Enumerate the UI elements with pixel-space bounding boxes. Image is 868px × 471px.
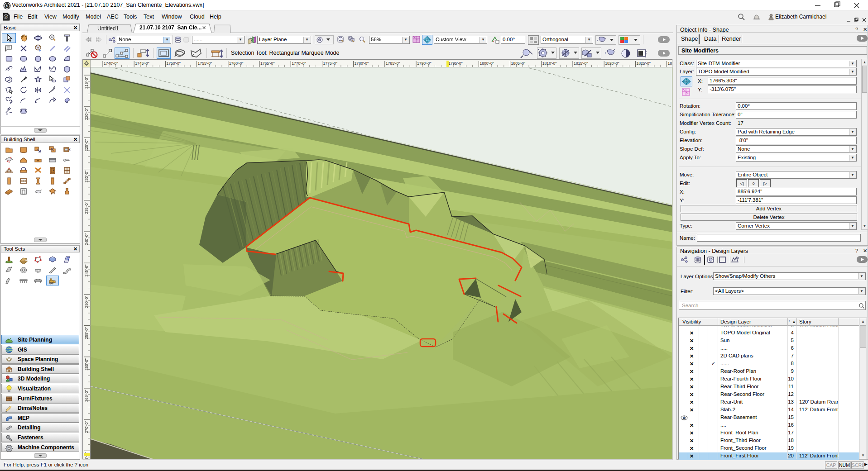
svg-text:1795'-0": 1795'-0" (448, 61, 462, 66)
svg-text:1760'-0": 1760'-0" (229, 61, 243, 66)
svg-text:240'-0": 240'-0" (84, 233, 89, 245)
svg-text:1740'-0": 1740'-0" (104, 61, 118, 66)
svg-text:V: V (5, 4, 9, 8)
svg-text:235'-0": 235'-0" (84, 202, 89, 214)
svg-text:1830'-0": 1830'-0" (668, 61, 672, 66)
svg-text:1790'-0": 1790'-0" (417, 61, 431, 66)
svg-text:1770'-0": 1770'-0" (292, 61, 306, 66)
svg-text:1785'-0": 1785'-0" (386, 61, 400, 66)
svg-text:1755'-0": 1755'-0" (198, 61, 212, 66)
svg-text:V: V (5, 15, 7, 19)
svg-text:1825'-0": 1825'-0" (636, 61, 650, 66)
svg-text:220'-0": 220'-0" (84, 108, 89, 120)
svg-text:215'-0": 215'-0" (84, 76, 89, 89)
svg-text:1800'-0": 1800'-0" (480, 61, 494, 66)
svg-text:225'-0": 225'-0" (84, 139, 89, 152)
svg-text:230'-0": 230'-0" (84, 171, 89, 183)
svg-text:1775'-0": 1775'-0" (323, 61, 337, 66)
svg-text:1745'-0": 1745'-0" (135, 61, 149, 66)
svg-text:270'-0": 270'-0" (84, 421, 89, 433)
svg-text:265'-0": 265'-0" (84, 390, 89, 402)
svg-text:1765'-0": 1765'-0" (260, 61, 274, 66)
svg-text:1780'-0": 1780'-0" (355, 61, 369, 66)
svg-text:245'-0": 245'-0" (84, 265, 89, 277)
svg-text:1805'-0": 1805'-0" (511, 61, 525, 66)
svg-text:1820'-0": 1820'-0" (605, 61, 619, 66)
svg-text:1815'-0": 1815'-0" (574, 61, 588, 66)
svg-text:250'-0": 250'-0" (84, 296, 89, 308)
svg-text:255'-0": 255'-0" (84, 327, 89, 339)
svg-text:260'-0": 260'-0" (84, 358, 89, 371)
svg-text:1750'-0": 1750'-0" (166, 61, 180, 66)
svg-text:1810'-0": 1810'-0" (542, 61, 556, 66)
